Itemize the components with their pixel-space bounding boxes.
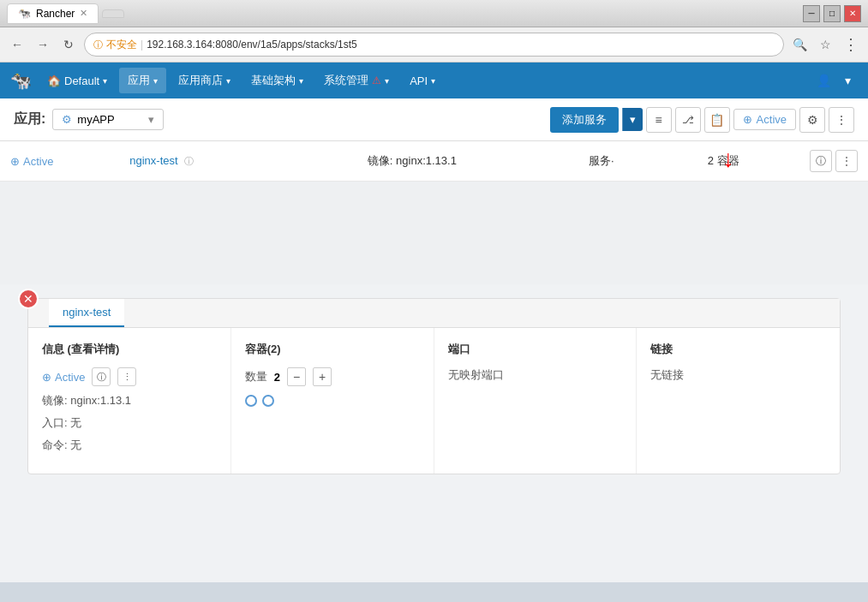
add-service-dropdown-button[interactable]: ▾ [622, 108, 643, 131]
close-button[interactable]: ✕ [844, 5, 861, 22]
detail-body: 信息 (查看详情) ⊕ Active ⓘ ⋮ 镜像: n [28, 328, 840, 474]
header-more-button[interactable]: ▾ [837, 70, 858, 91]
settings-button[interactable]: ⚙ [799, 107, 825, 133]
count-value: 2 [274, 371, 280, 384]
detail-tab-nginx[interactable]: nginx-test [49, 299, 124, 327]
nav-infra-arrow-icon: ▾ [299, 76, 303, 86]
status-label: Active [23, 155, 53, 168]
status-cell: ⊕ Active [0, 141, 119, 182]
window-tab-close-icon[interactable]: ✕ [80, 8, 87, 19]
container-dot-1[interactable] [245, 395, 257, 407]
links-section-title: 链接 [650, 342, 826, 357]
search-button[interactable]: 🔍 [789, 34, 810, 55]
maximize-button[interactable]: □ [823, 5, 841, 22]
services-label: 服务· [589, 154, 614, 167]
row-info-button[interactable]: ⓘ [810, 150, 832, 172]
app-selector-value: myAPP [77, 113, 114, 126]
info-entry-label: 入口: 无 [42, 416, 81, 429]
detail-ports-section: 端口 无映射端口 [434, 328, 638, 474]
spacer-area [0, 182, 868, 284]
count-label: 数量 [245, 369, 267, 384]
detail-info-section: 信息 (查看详情) ⊕ Active ⓘ ⋮ 镜像: n [28, 328, 231, 474]
window-tab[interactable]: 🐄 Rancher ✕ [7, 3, 99, 24]
home-nav[interactable]: 🏠 Default ▾ [39, 69, 116, 92]
refresh-button[interactable]: ↻ [58, 34, 79, 55]
list-view-button[interactable]: ≡ [646, 107, 672, 133]
containers-count: 2 容器 [708, 154, 739, 167]
decrease-count-button[interactable]: − [287, 367, 306, 386]
bookmark-button[interactable]: ☆ [815, 34, 835, 55]
container-dots [245, 395, 420, 407]
security-label: 不安全 [106, 38, 137, 52]
nav-api-label: API [410, 75, 428, 87]
row-actions-cell: ⓘ ⋮ [799, 141, 868, 182]
service-table: ⊕ Active nginx-test ⓘ 镜像: nginx:1.13.1 服… [0, 141, 868, 182]
info-status-row: ⊕ Active ⓘ ⋮ [42, 367, 217, 386]
row-more-button[interactable]: ⋮ [835, 150, 858, 172]
browser-chrome: ← → ↻ ⓘ 不安全 | 192.168.3.164:8080/env/1a5… [0, 27, 868, 63]
app-selector[interactable]: ⚙ myAPP ▾ [52, 109, 164, 130]
home-arrow-icon: ▾ [103, 76, 107, 86]
info-detail-button[interactable]: ⓘ [92, 367, 111, 386]
nav-store-arrow-icon: ▾ [226, 76, 230, 86]
detail-containers-section: 容器(2) 数量 2 − + [231, 328, 434, 474]
new-tab-area[interactable] [102, 9, 124, 18]
active-status-badge[interactable]: ⊕ Active [733, 109, 796, 130]
more-actions-button[interactable]: ⋮ [829, 107, 854, 133]
separator: | [141, 39, 143, 51]
info-more-button[interactable]: ⋮ [117, 367, 136, 386]
ports-section-title: 端口 [448, 342, 623, 357]
window-controls: ─ □ ✕ [803, 5, 861, 22]
nav-api[interactable]: API ▾ [401, 69, 444, 92]
header-right: 👤 ▾ [813, 70, 858, 91]
toolbar-actions: 添加服务 ▾ ≡ ⎇ 📋 ⊕ Active ⚙ ⋮ [550, 107, 854, 133]
detail-close-button[interactable]: ✕ [18, 289, 39, 309]
window-chrome: 🐄 Rancher ✕ ─ □ ✕ [0, 0, 868, 27]
nav-infra[interactable]: 基础架构 ▾ [242, 68, 312, 93]
window-tab-title: Rancher [36, 8, 75, 20]
info-status-container: ⊕ Active ⓘ ⋮ [42, 367, 217, 386]
info-entry-row: 入口: 无 [42, 415, 217, 431]
detail-panel: ✕ nginx-test 信息 (查看详情) ⊕ Active [27, 298, 841, 474]
share-button[interactable]: ⎇ [675, 107, 701, 133]
nav-admin[interactable]: 系统管理 ⚠ ▾ [315, 68, 398, 93]
nav-admin-arrow-icon: ▾ [385, 76, 389, 86]
nav-apps-label: 应用 [128, 73, 150, 88]
forward-button[interactable]: → [33, 34, 53, 55]
info-status-label: Active [55, 371, 85, 384]
services-cell: 服务· [578, 141, 697, 182]
warning-icon: ⚠ [372, 75, 381, 86]
apps-section-label: 应用: [14, 110, 45, 128]
minimize-button[interactable]: ─ [803, 5, 820, 22]
home-icon: 🏠 [47, 75, 61, 87]
user-button[interactable]: 👤 [813, 70, 834, 91]
info-title-text: 信息 (查看详情) [42, 343, 119, 355]
detail-panel-wrapper: ✕ nginx-test 信息 (查看详情) ⊕ Active [0, 298, 868, 502]
container-dot-2[interactable] [262, 395, 274, 407]
add-service-button[interactable]: 添加服务 [550, 107, 619, 133]
edit-button[interactable]: 📋 [704, 107, 730, 133]
containers-cell: 2 容器 [697, 141, 799, 182]
status-icon: ⊕ [10, 155, 20, 168]
nav-admin-label: 系统管理 [324, 73, 368, 88]
service-name: nginx-test [129, 154, 177, 167]
window-tab-icon: 🐄 [18, 8, 31, 20]
info-command-label: 命令: 无 [42, 438, 81, 451]
ports-empty-label: 无映射端口 [448, 367, 623, 383]
back-button[interactable]: ← [7, 34, 27, 55]
info-image-label: 镜像: nginx:1.13.1 [42, 394, 131, 407]
address-bar[interactable]: ⓘ 不安全 | 192.168.3.164:8080/env/1a5/apps/… [84, 33, 784, 57]
menu-button[interactable]: ⋮ [841, 34, 861, 55]
app-selector-arrow-icon: ▾ [148, 113, 154, 126]
detail-tab-bar: nginx-test [28, 299, 840, 328]
row-actions: ⓘ ⋮ [810, 150, 858, 172]
nav-apps[interactable]: 应用 ▾ [119, 68, 166, 93]
nav-store[interactable]: 应用商店 ▾ [170, 68, 239, 93]
service-image: 镜像: nginx:1.13.1 [368, 154, 457, 167]
info-icon[interactable]: ⓘ [184, 156, 194, 166]
app-content: 应用: ⚙ myAPP ▾ 添加服务 ▾ ≡ ⎇ 📋 ⊕ Active ⚙ ⋮ [0, 98, 868, 582]
increase-count-button[interactable]: + [313, 367, 332, 386]
detail-links-section: 链接 无链接 [637, 328, 840, 474]
nav-store-label: 应用商店 [178, 73, 223, 88]
image-cell: 镜像: nginx:1.13.1 [357, 141, 578, 182]
